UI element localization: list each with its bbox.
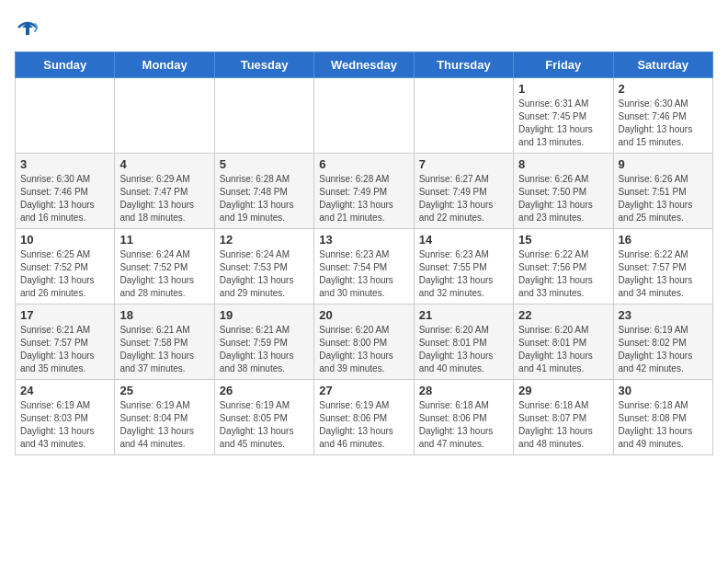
calendar-cell: 21Sunrise: 6:20 AM Sunset: 8:01 PM Dayli… (414, 304, 513, 380)
day-info: Sunrise: 6:19 AM Sunset: 8:06 PM Dayligh… (319, 399, 408, 451)
calendar-cell: 30Sunrise: 6:18 AM Sunset: 8:08 PM Dayli… (613, 380, 712, 455)
calendar-cell: 20Sunrise: 6:20 AM Sunset: 8:00 PM Dayli… (314, 304, 414, 380)
calendar-cell: 2Sunrise: 6:30 AM Sunset: 7:46 PM Daylig… (613, 78, 712, 154)
day-info: Sunrise: 6:22 AM Sunset: 7:56 PM Dayligh… (518, 248, 608, 300)
day-number: 26 (220, 384, 309, 397)
calendar-cell: 17Sunrise: 6:21 AM Sunset: 7:57 PM Dayli… (16, 304, 115, 380)
day-number: 20 (319, 308, 408, 322)
weekday-header-tuesday: Tuesday (214, 52, 313, 78)
weekday-header-thursday: Thursday (414, 52, 513, 78)
calendar-cell: 29Sunrise: 6:18 AM Sunset: 8:07 PM Dayli… (514, 380, 613, 455)
calendar-cell: 23Sunrise: 6:19 AM Sunset: 8:02 PM Dayli… (613, 304, 712, 380)
calendar-cell: 15Sunrise: 6:22 AM Sunset: 7:56 PM Dayli… (514, 229, 613, 304)
calendar-table: SundayMondayTuesdayWednesdayThursdayFrid… (15, 52, 713, 455)
calendar-cell (214, 78, 313, 154)
calendar-cell: 9Sunrise: 6:26 AM Sunset: 7:51 PM Daylig… (613, 154, 712, 229)
day-info: Sunrise: 6:18 AM Sunset: 8:07 PM Dayligh… (518, 399, 608, 451)
day-number: 10 (20, 233, 109, 247)
weekday-header-monday: Monday (115, 52, 214, 78)
day-info: Sunrise: 6:20 AM Sunset: 8:01 PM Dayligh… (518, 324, 608, 375)
day-number: 30 (619, 384, 708, 397)
day-info: Sunrise: 6:31 AM Sunset: 7:45 PM Dayligh… (518, 98, 608, 149)
calendar-cell: 8Sunrise: 6:26 AM Sunset: 7:50 PM Daylig… (514, 154, 613, 229)
calendar-cell (314, 78, 414, 154)
calendar-cell: 7Sunrise: 6:27 AM Sunset: 7:49 PM Daylig… (414, 154, 513, 229)
calendar-cell: 11Sunrise: 6:24 AM Sunset: 7:52 PM Dayli… (115, 229, 214, 304)
day-info: Sunrise: 6:19 AM Sunset: 8:04 PM Dayligh… (119, 399, 209, 451)
day-number: 3 (20, 157, 109, 171)
weekday-header-sunday: Sunday (16, 52, 115, 78)
day-number: 9 (619, 157, 708, 171)
day-info: Sunrise: 6:24 AM Sunset: 7:52 PM Dayligh… (119, 248, 209, 300)
day-number: 18 (119, 308, 209, 322)
day-info: Sunrise: 6:27 AM Sunset: 7:49 PM Dayligh… (419, 173, 508, 224)
day-number: 13 (319, 233, 408, 247)
weekday-header-friday: Friday (514, 52, 613, 78)
calendar-cell: 5Sunrise: 6:28 AM Sunset: 7:48 PM Daylig… (214, 154, 313, 229)
day-number: 27 (319, 384, 408, 397)
day-number: 8 (518, 157, 608, 171)
calendar-cell: 4Sunrise: 6:29 AM Sunset: 7:47 PM Daylig… (115, 154, 214, 229)
calendar-cell: 16Sunrise: 6:22 AM Sunset: 7:57 PM Dayli… (613, 229, 712, 304)
day-info: Sunrise: 6:30 AM Sunset: 7:46 PM Dayligh… (619, 98, 708, 149)
calendar-cell: 12Sunrise: 6:24 AM Sunset: 7:53 PM Dayli… (214, 229, 313, 304)
day-info: Sunrise: 6:28 AM Sunset: 7:48 PM Dayligh… (220, 173, 309, 224)
day-info: Sunrise: 6:25 AM Sunset: 7:52 PM Dayligh… (20, 248, 109, 300)
day-info: Sunrise: 6:26 AM Sunset: 7:51 PM Dayligh… (619, 173, 708, 224)
day-info: Sunrise: 6:18 AM Sunset: 8:06 PM Dayligh… (419, 399, 508, 451)
day-number: 23 (619, 308, 708, 322)
day-info: Sunrise: 6:19 AM Sunset: 8:02 PM Dayligh… (619, 324, 708, 375)
day-number: 19 (220, 308, 309, 322)
day-info: Sunrise: 6:24 AM Sunset: 7:53 PM Dayligh… (220, 248, 309, 300)
calendar-cell: 25Sunrise: 6:19 AM Sunset: 8:04 PM Dayli… (115, 380, 214, 455)
day-info: Sunrise: 6:22 AM Sunset: 7:57 PM Dayligh… (619, 248, 708, 300)
day-info: Sunrise: 6:26 AM Sunset: 7:50 PM Dayligh… (518, 173, 608, 224)
day-info: Sunrise: 6:21 AM Sunset: 7:59 PM Dayligh… (220, 324, 309, 375)
weekday-header-wednesday: Wednesday (314, 52, 414, 78)
calendar-cell: 13Sunrise: 6:23 AM Sunset: 7:54 PM Dayli… (314, 229, 414, 304)
calendar-cell: 14Sunrise: 6:23 AM Sunset: 7:55 PM Dayli… (414, 229, 513, 304)
day-info: Sunrise: 6:21 AM Sunset: 7:58 PM Dayligh… (119, 324, 209, 375)
weekday-header-saturday: Saturday (613, 52, 712, 78)
day-number: 28 (419, 384, 508, 397)
day-number: 24 (20, 384, 109, 397)
day-info: Sunrise: 6:23 AM Sunset: 7:55 PM Dayligh… (419, 248, 508, 300)
calendar-cell: 10Sunrise: 6:25 AM Sunset: 7:52 PM Dayli… (16, 229, 115, 304)
day-number: 14 (419, 233, 508, 247)
calendar-cell: 27Sunrise: 6:19 AM Sunset: 8:06 PM Dayli… (314, 380, 414, 455)
day-number: 15 (518, 233, 608, 247)
day-number: 21 (419, 308, 508, 322)
calendar-cell: 28Sunrise: 6:18 AM Sunset: 8:06 PM Dayli… (414, 380, 513, 455)
day-number: 5 (220, 157, 309, 171)
day-info: Sunrise: 6:30 AM Sunset: 7:46 PM Dayligh… (20, 173, 109, 224)
day-info: Sunrise: 6:19 AM Sunset: 8:03 PM Dayligh… (20, 399, 109, 451)
calendar-cell: 1Sunrise: 6:31 AM Sunset: 7:45 PM Daylig… (514, 78, 613, 154)
day-number: 17 (20, 308, 109, 322)
day-info: Sunrise: 6:29 AM Sunset: 7:47 PM Dayligh… (119, 173, 209, 224)
calendar-cell: 6Sunrise: 6:28 AM Sunset: 7:49 PM Daylig… (314, 154, 414, 229)
day-number: 7 (419, 157, 508, 171)
day-number: 12 (220, 233, 309, 247)
day-info: Sunrise: 6:19 AM Sunset: 8:05 PM Dayligh… (220, 399, 309, 451)
calendar-cell: 18Sunrise: 6:21 AM Sunset: 7:58 PM Dayli… (115, 304, 214, 380)
day-info: Sunrise: 6:20 AM Sunset: 8:01 PM Dayligh… (419, 324, 508, 375)
day-number: 6 (319, 157, 408, 171)
logo (15, 15, 44, 40)
day-info: Sunrise: 6:21 AM Sunset: 7:57 PM Dayligh… (20, 324, 109, 375)
day-info: Sunrise: 6:28 AM Sunset: 7:49 PM Dayligh… (319, 173, 408, 224)
day-number: 16 (619, 233, 708, 247)
day-info: Sunrise: 6:23 AM Sunset: 7:54 PM Dayligh… (319, 248, 408, 300)
calendar-cell: 22Sunrise: 6:20 AM Sunset: 8:01 PM Dayli… (514, 304, 613, 380)
day-number: 22 (518, 308, 608, 322)
calendar-cell: 19Sunrise: 6:21 AM Sunset: 7:59 PM Dayli… (214, 304, 313, 380)
calendar-cell (115, 78, 214, 154)
calendar-cell: 24Sunrise: 6:19 AM Sunset: 8:03 PM Dayli… (16, 380, 115, 455)
day-info: Sunrise: 6:20 AM Sunset: 8:00 PM Dayligh… (319, 324, 408, 375)
day-number: 25 (119, 384, 209, 397)
day-number: 2 (619, 82, 708, 96)
calendar-cell: 26Sunrise: 6:19 AM Sunset: 8:05 PM Dayli… (214, 380, 313, 455)
day-number: 11 (119, 233, 209, 247)
day-number: 29 (518, 384, 608, 397)
calendar-cell: 3Sunrise: 6:30 AM Sunset: 7:46 PM Daylig… (16, 154, 115, 229)
calendar-cell (414, 78, 513, 154)
